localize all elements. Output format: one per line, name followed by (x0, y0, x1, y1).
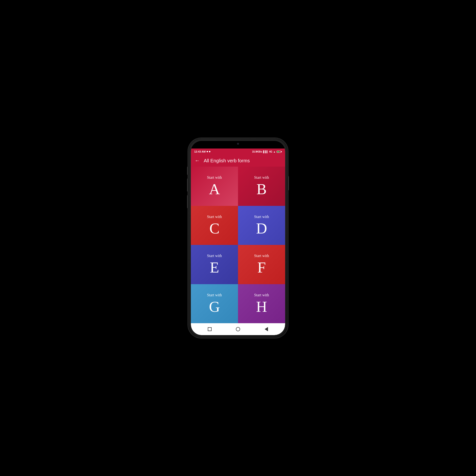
grid-cell-f[interactable]: Start with F (238, 245, 285, 284)
front-camera (237, 143, 239, 145)
network-speed: 15.9KB/s (252, 151, 262, 153)
cell-d-label: Start with (254, 215, 269, 219)
cell-b-letter: B (256, 182, 267, 197)
grid-content: Start with A Start with B Start with C S… (191, 167, 285, 323)
mute-button (187, 167, 188, 175)
app-bar: ← All English verb forms (191, 155, 285, 167)
cell-a-label: Start with (207, 175, 222, 180)
cell-g-label: Start with (207, 293, 222, 297)
cell-f-label: Start with (254, 254, 269, 258)
cell-f-letter: F (257, 260, 266, 275)
volume-down-button (187, 195, 188, 208)
grid-cell-d[interactable]: Start with D (238, 206, 285, 245)
battery-fill (277, 151, 279, 152)
notch (222, 141, 254, 147)
grid-cell-b[interactable]: Start with B (238, 167, 285, 206)
cell-c-letter: C (209, 221, 220, 236)
nav-home-button[interactable] (235, 326, 241, 332)
grid-cell-g[interactable]: Start with G (191, 284, 238, 323)
signal-bars: ▌▌▌ (263, 151, 268, 153)
status-left: 12:43 AM (194, 150, 210, 153)
back-icon (265, 327, 268, 331)
cell-e-letter: E (210, 260, 219, 275)
power-button (288, 176, 289, 190)
cell-c-label: Start with (207, 215, 222, 219)
cell-g-letter: G (209, 299, 220, 314)
grid-cell-c[interactable]: Start with C (191, 206, 238, 245)
status-time: 12:43 AM (194, 150, 206, 153)
notch-bar (191, 141, 285, 149)
status-dot-1 (206, 151, 208, 152)
battery-icon (276, 151, 282, 153)
status-dot-2 (209, 151, 210, 152)
cell-a-letter: A (209, 182, 220, 197)
status-right: 15.9KB/s ▌▌▌ 4G ▲ (252, 151, 282, 153)
phone-screen: 12:43 AM 15.9KB/s ▌▌▌ 4G ▲ (191, 141, 285, 335)
cell-h-label: Start with (254, 293, 269, 297)
grid-cell-e[interactable]: Start with E (191, 245, 238, 284)
recents-icon (208, 327, 212, 331)
back-button[interactable]: ← (195, 157, 200, 164)
home-icon (236, 327, 240, 331)
cell-h-letter: H (256, 299, 267, 314)
phone-frame: 12:43 AM 15.9KB/s ▌▌▌ 4G ▲ (188, 138, 288, 338)
grid-cell-a[interactable]: Start with A (191, 167, 238, 206)
network-type: 4G (269, 151, 272, 153)
battery-body (276, 151, 281, 153)
page-title: All English verb forms (204, 158, 250, 164)
cell-d-letter: D (256, 221, 267, 236)
nav-back-button[interactable] (263, 326, 269, 332)
grid-cell-h[interactable]: Start with H (238, 284, 285, 323)
cell-e-label: Start with (207, 254, 222, 258)
battery-tip (281, 151, 282, 152)
nav-bar (191, 323, 285, 335)
nav-recents-button[interactable] (207, 326, 213, 332)
status-bar: 12:43 AM 15.9KB/s ▌▌▌ 4G ▲ (191, 149, 285, 155)
wifi-icon: ▲ (273, 151, 276, 153)
cell-b-label: Start with (254, 175, 269, 180)
volume-up-button (187, 178, 188, 192)
letter-grid: Start with A Start with B Start with C S… (191, 167, 285, 323)
